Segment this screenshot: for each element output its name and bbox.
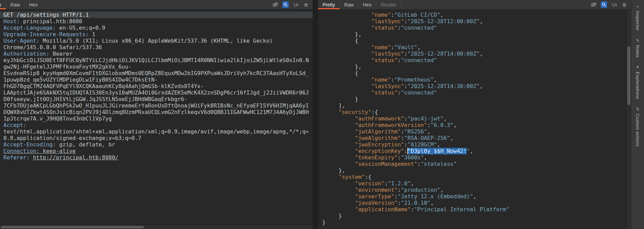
json-line: } <box>318 219 626 226</box>
request-header: Accept: text/html,application/xhtml+xml,… <box>0 122 313 141</box>
tab-raw[interactable]: Raw <box>6 0 25 9</box>
json-token: , <box>450 135 453 141</box>
request-header: Upgrade-Insecure-Requests: 1 <box>0 31 313 38</box>
json-token: "tokenExpiry" <box>355 154 398 161</box>
response-tabs: PrettyRawHexRender <box>318 0 401 9</box>
json-line: "jweEncryption":"A128GCM", <box>318 141 626 148</box>
tab-pretty[interactable]: Pretty <box>318 0 340 9</box>
request-header: User-Agent: Mozilla/5.0 (X11; Linux x86_… <box>0 38 313 51</box>
json-token: , <box>411 180 414 187</box>
header-value: Bearer eyJhbGciOiJSU0EtT0FFUC0yNTYiLCJjd… <box>3 51 309 122</box>
json-token: " <box>467 148 470 154</box>
search-icon[interactable] <box>282 1 289 8</box>
search-icon[interactable] <box>601 1 607 8</box>
header-value: en-US,en;q=0.9 <box>59 25 105 31</box>
json-token: , <box>440 12 444 18</box>
json-token: { <box>355 70 358 76</box>
json-token: "connected" <box>401 89 437 96</box>
side-tab-notes[interactable]: ✎Notes <box>635 38 640 57</box>
custom-actions-icon: ↯ <box>636 107 640 111</box>
json-line: }, <box>318 167 626 174</box>
json-token: , <box>444 115 447 122</box>
json-token: : <box>391 44 394 51</box>
scrollbar-thumb[interactable] <box>627 46 630 105</box>
json-token: : <box>398 187 401 193</box>
json-line: "serverType":"Jetty 12.x (Embedded)", <box>318 193 626 200</box>
json-token: : <box>411 206 414 213</box>
json-token: "lastSync" <box>371 83 404 89</box>
json-line: "lastSync":"2025-12-28T14:30:00Z", <box>318 83 626 89</box>
response-editor[interactable]: "name":"GitLab CI/CD","lastSync":"2025-1… <box>318 10 626 229</box>
response-vertical-scrollbar[interactable] <box>626 10 631 229</box>
json-token: "name" <box>371 76 391 83</box>
request-horizontal-scrollbar[interactable] <box>0 225 313 229</box>
json-line: "status":"connected" <box>318 89 626 96</box>
tab-raw[interactable]: Raw <box>340 0 359 9</box>
json-token: } <box>322 219 326 226</box>
json-token: , <box>453 122 457 128</box>
header-name: Connection: <box>3 148 43 154</box>
newline-icon[interactable]: \n <box>611 1 617 8</box>
response-panel: PrettyRawHexRender \n≡ "name":"GitLab CI… <box>318 0 631 229</box>
json-token: : <box>404 141 408 148</box>
json-line: "sessionManagement":"stateless" <box>318 161 626 167</box>
json-line: "environment":"production", <box>318 187 626 193</box>
editor-menu-icon[interactable]: ≡ <box>303 1 309 8</box>
json-token: , <box>470 148 473 154</box>
header-name: Accept-Encoding: <box>3 141 59 148</box>
json-token: , <box>417 44 421 51</box>
tab-pretty[interactable]: Pretty <box>0 0 6 9</box>
json-line: { <box>318 70 626 76</box>
response-toolbar-icons: \n≡ <box>587 0 631 9</box>
json-token: "Prometheus" <box>394 76 434 83</box>
json-line: { <box>318 38 626 44</box>
side-tab-label: Notes <box>635 45 640 57</box>
header-value: principal.htb:8080 <box>23 18 82 25</box>
json-line: "tokenExpiry":"3600s", <box>318 154 626 161</box>
side-tab-explanations[interactable]: ✦Explanations <box>635 65 640 99</box>
request-panel: PrettyRawHex \n≡ GET /api/settings HTTP/… <box>0 0 313 229</box>
json-token: "system" <box>339 174 365 180</box>
header-value: gzip, deflate, br <box>59 141 115 148</box>
header-value: keep-alive <box>43 148 76 154</box>
request-tabs: PrettyRawHex <box>0 0 43 9</box>
request-header: Host: principal.htb:8080 <box>0 18 313 25</box>
json-token: , <box>440 187 444 193</box>
json-token: } <box>339 213 342 219</box>
tab-hex[interactable]: Hex <box>359 0 376 9</box>
json-token: "name" <box>371 44 391 51</box>
side-tab-inspector[interactable]: «Inspector <box>635 4 640 31</box>
editor-menu-icon[interactable]: ≡ <box>621 1 628 8</box>
json-token: "connected" <box>401 25 437 31</box>
json-token: "21.0.10" <box>401 200 431 206</box>
json-token: "authFramework" <box>355 115 404 122</box>
json-token: "Principal Internal Platform" <box>414 206 509 213</box>
json-token: "sessionManagement" <box>355 161 417 167</box>
json-token: "environment" <box>355 187 398 193</box>
json-token: : <box>417 161 421 167</box>
json-line: }, <box>318 63 626 70</box>
json-token: : <box>427 122 431 128</box>
json-line: "status":"connected" <box>318 25 626 31</box>
json-token: , <box>434 76 437 83</box>
json-token: "authFrameworkVersion" <box>355 122 427 128</box>
visibility-off-icon[interactable] <box>590 1 597 8</box>
tab-hex[interactable]: Hex <box>25 0 43 9</box>
newline-icon[interactable]: \n <box>293 1 299 8</box>
header-value-link[interactable]: http://principal.htb:8080/ <box>33 154 118 161</box>
json-token: { <box>355 38 358 44</box>
visibility-off-icon[interactable] <box>272 1 279 8</box>
side-rail: «Inspector✎Notes✦Explanations↯Custom act… <box>631 0 644 229</box>
json-line: "version":"1.2.0", <box>318 180 626 187</box>
request-header: Accept-Language: en-US,en;q=0.9 <box>0 25 313 31</box>
side-tab-label: Explanations <box>635 72 640 99</box>
side-tab-custom-actions[interactable]: ↯Custom actions <box>635 107 640 147</box>
request-editor[interactable]: GET /api/settings HTTP/1.1Host: principa… <box>0 10 313 225</box>
json-token: "GitLab CI/CD" <box>394 12 440 18</box>
json-line: "applicationName":"Principal Internal Pl… <box>318 206 626 213</box>
tab-render[interactable]: Render <box>376 0 401 9</box>
json-line: "system":{ <box>318 174 626 180</box>
json-token: }, <box>355 63 361 70</box>
scrollbar-thumb[interactable] <box>1 226 144 228</box>
panel-resize-divider[interactable] <box>313 0 318 229</box>
